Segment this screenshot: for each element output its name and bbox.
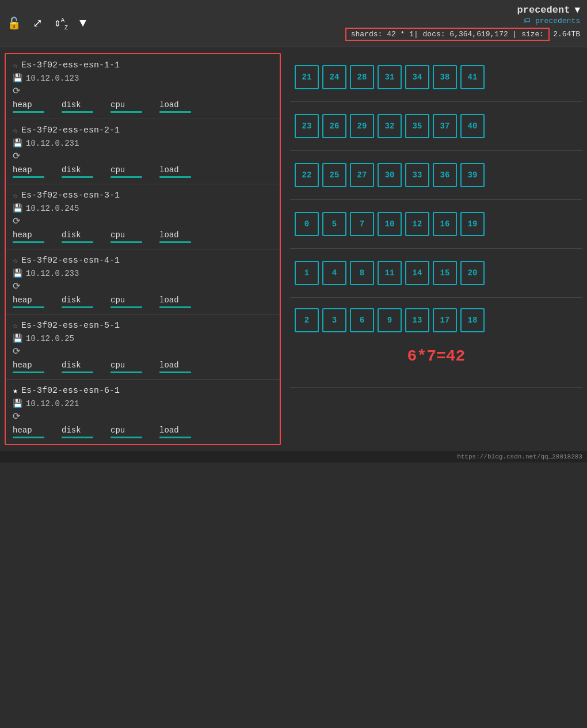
shard-box[interactable]: 19 — [460, 212, 485, 236]
metric-bar-heap — [13, 437, 44, 438]
metric-label-disk: disk — [62, 165, 81, 175]
shard-box[interactable]: 7 — [350, 212, 374, 236]
metric-label-disk: disk — [62, 426, 81, 435]
shard-row-6: 23691317186*7=42 — [290, 298, 582, 388]
index-stats-inline: shards: 42 * 1| docs: 6,364,619,172 | si… — [345, 28, 550, 41]
node-ip: 10.12.0.123 — [26, 74, 79, 83]
shard-box[interactable]: 29 — [350, 114, 374, 138]
metric-cpu: cpu — [110, 165, 142, 178]
url-bar: https://blog.csdn.net/qq_28018283 — [0, 451, 587, 462]
metric-label-heap: heap — [13, 100, 32, 109]
node-refresh-row[interactable]: ⟳ — [13, 280, 273, 292]
shard-box[interactable]: 33 — [405, 163, 429, 187]
metric-heap: heap — [13, 426, 44, 438]
index-size: 2.64TB — [553, 30, 580, 39]
node-refresh-row[interactable]: ⟳ — [13, 85, 273, 97]
shard-box[interactable]: 0 — [295, 212, 319, 236]
shard-box[interactable]: 38 — [433, 65, 457, 89]
node-item-3: ☆ Es-3f02-ess-esn-3-1 💾 10.12.0.245 ⟳ he… — [6, 184, 280, 249]
shard-box[interactable]: 18 — [460, 308, 485, 332]
shard-box[interactable]: 6 — [350, 308, 374, 332]
shard-box[interactable]: 11 — [378, 261, 402, 285]
metric-disk: disk — [62, 426, 93, 438]
shard-box[interactable]: 21 — [295, 65, 319, 89]
node-star-icon[interactable]: ☆ — [13, 255, 18, 266]
shard-box[interactable]: 28 — [350, 65, 374, 89]
shard-box[interactable]: 1 — [295, 261, 319, 285]
shard-box[interactable]: 41 — [460, 65, 485, 89]
shard-box[interactable]: 25 — [322, 163, 346, 187]
node-refresh-row[interactable]: ⟳ — [13, 215, 273, 227]
metric-label-load: load — [159, 361, 179, 370]
metric-disk: disk — [62, 165, 93, 178]
shard-box[interactable]: 8 — [350, 261, 374, 285]
metric-bar-disk — [62, 241, 93, 243]
node-ip-row: 💾 10.12.0.245 — [13, 203, 273, 213]
metric-bar-disk — [62, 111, 93, 113]
metric-load: load — [159, 426, 191, 438]
shard-box[interactable]: 36 — [433, 163, 457, 187]
node-refresh-row[interactable]: ⟳ — [13, 411, 273, 422]
disk-icon: 💾 — [13, 399, 22, 408]
metric-disk: disk — [62, 361, 93, 373]
node-star-icon[interactable]: ☆ — [13, 320, 18, 331]
shard-box[interactable]: 35 — [405, 114, 429, 138]
metric-label-heap: heap — [13, 295, 32, 305]
node-refresh-row[interactable]: ⟳ — [13, 150, 273, 162]
metric-label-load: load — [159, 165, 179, 175]
disk-icon: 💾 — [13, 333, 22, 343]
shard-box[interactable]: 9 — [378, 308, 402, 332]
shard-box[interactable]: 32 — [378, 114, 402, 138]
shard-box[interactable]: 17 — [433, 308, 457, 332]
metric-cpu: cpu — [110, 230, 142, 243]
metric-bar-load — [159, 241, 191, 243]
node-star-icon[interactable]: ☆ — [13, 60, 18, 71]
shard-box[interactable]: 5 — [322, 212, 346, 236]
node-ip: 10.12.0.231 — [26, 139, 79, 148]
metric-load: load — [159, 295, 191, 308]
metric-disk: disk — [62, 230, 93, 243]
metric-label-cpu: cpu — [110, 100, 125, 109]
node-star-icon[interactable]: ★ — [13, 385, 18, 396]
metric-bar-heap — [13, 371, 44, 373]
shard-box[interactable]: 39 — [460, 163, 485, 187]
index-name: precedent — [517, 5, 570, 16]
sort-az-icon[interactable]: ⇕AZ — [54, 16, 68, 31]
metric-cpu: cpu — [110, 100, 142, 113]
shard-box[interactable]: 37 — [433, 114, 457, 138]
shard-box[interactable]: 23 — [295, 114, 319, 138]
node-ip: 10.12.0.233 — [26, 269, 79, 278]
index-dropdown-arrow[interactable]: ▼ — [574, 5, 580, 16]
shard-box[interactable]: 14 — [405, 261, 429, 285]
shard-box[interactable]: 10 — [378, 212, 402, 236]
shard-box[interactable]: 40 — [460, 114, 485, 138]
node-star-icon[interactable]: ☆ — [13, 190, 18, 201]
node-metrics: heap disk cpu load — [13, 361, 273, 377]
shard-box[interactable]: 24 — [322, 65, 346, 89]
shard-box[interactable]: 15 — [433, 261, 457, 285]
shard-box[interactable]: 13 — [405, 308, 429, 332]
shard-box[interactable]: 22 — [295, 163, 319, 187]
shard-box[interactable]: 26 — [322, 114, 346, 138]
shard-box[interactable]: 12 — [405, 212, 429, 236]
shard-row-4: 05710121619 — [290, 200, 582, 249]
node-name: Es-3f02-ess-esn-5-1 — [21, 321, 120, 331]
shard-box[interactable]: 20 — [460, 261, 485, 285]
shard-box[interactable]: 16 — [433, 212, 457, 236]
node-ip-row: 💾 10.12.0.221 — [13, 399, 273, 408]
shard-box[interactable]: 4 — [322, 261, 346, 285]
shard-box[interactable]: 31 — [378, 65, 402, 89]
node-star-icon[interactable]: ☆ — [13, 125, 18, 136]
expand-icon[interactable]: ⤢ — [33, 16, 43, 31]
metric-label-cpu: cpu — [110, 165, 125, 175]
node-refresh-row[interactable]: ⟳ — [13, 346, 273, 357]
shard-box[interactable]: 27 — [350, 163, 374, 187]
node-name: Es-3f02-ess-esn-3-1 — [21, 191, 120, 200]
lock-icon[interactable]: 🔓 — [7, 16, 21, 31]
shard-box[interactable]: 3 — [322, 308, 346, 332]
shard-box[interactable]: 30 — [378, 163, 402, 187]
shard-box[interactable]: 34 — [405, 65, 429, 89]
metric-label-heap: heap — [13, 165, 32, 175]
shard-box[interactable]: 2 — [295, 308, 319, 332]
filter-dropdown-icon[interactable]: ▼ — [79, 17, 86, 30]
